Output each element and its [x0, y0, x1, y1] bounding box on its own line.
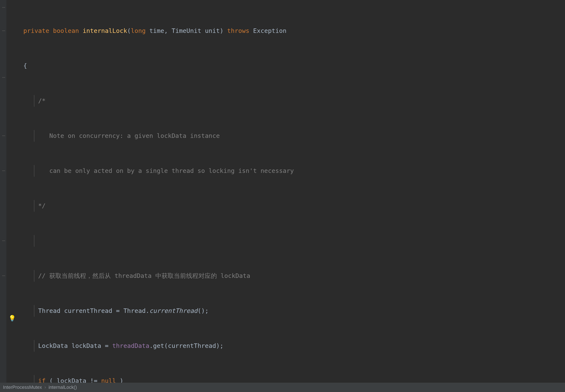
- code-area[interactable]: private boolean internalLock(long time, …: [6, 2, 565, 392]
- code-line: Thread currentThread = Thread.currentThr…: [6, 305, 565, 317]
- code-line: */: [6, 200, 565, 212]
- code-line: LockData lockData = threadData.get(curre…: [6, 340, 565, 352]
- chevron-right-icon: ›: [44, 385, 46, 390]
- breadcrumb-class[interactable]: InterProcessMutex: [3, 385, 42, 390]
- code-line: // 获取当前线程，然后从 threadData 中获取当前线程对应的 lock…: [6, 270, 565, 282]
- code-line: {: [6, 60, 565, 72]
- breadcrumb: InterProcessMutex › internalLock(): [0, 383, 565, 392]
- code-editor[interactable]: 💡 private boolean internalLock(long time…: [0, 0, 565, 383]
- fold-marks: [2, 0, 6, 383]
- code-line: /*: [6, 95, 565, 107]
- code-line: Note on concurrency: a given lockData in…: [6, 130, 565, 142]
- code-line: can be only acted on by a single thread …: [6, 165, 565, 177]
- code-line: [6, 235, 565, 247]
- code-line: private boolean internalLock(long time, …: [6, 25, 565, 37]
- breadcrumb-method[interactable]: internalLock(): [49, 385, 77, 390]
